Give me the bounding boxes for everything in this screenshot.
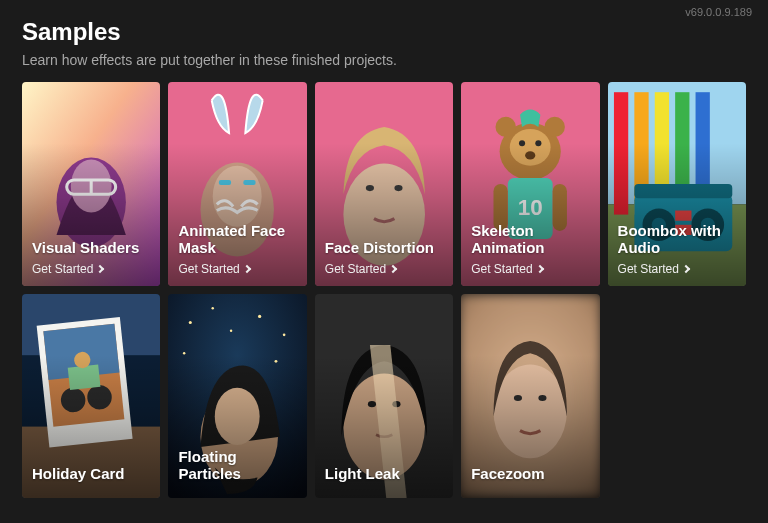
card-title: Facezoom <box>471 465 591 482</box>
app-version: v69.0.0.9.189 <box>685 6 752 18</box>
svg-point-58 <box>183 352 185 354</box>
get-started-link[interactable]: Get Started <box>32 262 152 276</box>
card-title: Animated Face Mask <box>178 222 298 257</box>
svg-rect-39 <box>675 211 691 221</box>
svg-rect-34 <box>634 184 732 198</box>
svg-point-20 <box>496 117 516 137</box>
cta-label: Get Started <box>325 262 386 276</box>
svg-text:10: 10 <box>518 195 543 220</box>
cta-label: Get Started <box>471 262 532 276</box>
sample-card-facezoom[interactable]: Facezoom <box>461 294 599 498</box>
svg-point-7 <box>213 166 262 227</box>
svg-rect-8 <box>219 180 231 185</box>
chevron-right-icon <box>243 265 251 273</box>
get-started-link[interactable]: Get Started <box>178 262 298 276</box>
svg-rect-28 <box>614 92 628 214</box>
svg-point-19 <box>525 151 535 159</box>
chevron-right-icon <box>682 265 690 273</box>
svg-point-21 <box>545 117 565 137</box>
card-title: Boombox with Audio <box>618 222 738 257</box>
cta-label: Get Started <box>618 262 679 276</box>
svg-point-13 <box>394 185 402 191</box>
get-started-link[interactable]: Get Started <box>618 262 738 276</box>
svg-point-55 <box>283 333 286 336</box>
svg-rect-49 <box>68 365 101 391</box>
svg-point-56 <box>230 329 232 331</box>
card-title: Skeleton Animation <box>471 222 591 257</box>
card-title: Face Distortion <box>325 239 445 256</box>
sample-card-light-leak[interactable]: Light Leak <box>315 294 453 498</box>
chevron-right-icon <box>535 265 543 273</box>
svg-point-67 <box>494 364 567 458</box>
sample-card-holiday-card[interactable]: Holiday Card <box>22 294 160 498</box>
card-title: Light Leak <box>325 465 445 482</box>
sample-card-face-distortion[interactable]: Face Distortion Get Started <box>315 82 453 286</box>
card-title: Floating Particles <box>178 448 298 483</box>
sample-card-animated-face-mask[interactable]: Animated Face Mask Get Started <box>168 82 306 286</box>
get-started-link[interactable]: Get Started <box>471 262 591 276</box>
sample-card-floating-particles[interactable]: Floating Particles <box>168 294 306 498</box>
svg-point-12 <box>366 185 374 191</box>
sample-card-skeleton-animation[interactable]: 10 Skeleton Animation Get Started <box>461 82 599 286</box>
svg-point-53 <box>212 307 214 309</box>
get-started-link[interactable]: Get Started <box>325 262 445 276</box>
sample-card-boombox-with-audio[interactable]: Boombox with Audio Get Started <box>608 82 746 286</box>
svg-point-17 <box>519 140 525 146</box>
svg-point-69 <box>539 395 547 401</box>
sample-card-visual-shaders[interactable]: Visual Shaders Get Started <box>22 82 160 286</box>
cta-label: Get Started <box>178 262 239 276</box>
svg-point-57 <box>275 360 278 363</box>
page-title: Samples <box>22 18 746 46</box>
svg-point-60 <box>215 388 260 445</box>
svg-point-52 <box>189 321 192 324</box>
svg-point-54 <box>258 315 261 318</box>
svg-point-68 <box>514 395 522 401</box>
card-title: Visual Shaders <box>32 239 152 256</box>
svg-rect-9 <box>244 180 256 185</box>
page-subtitle: Learn how effects are put together in th… <box>22 52 746 68</box>
svg-point-18 <box>535 140 541 146</box>
svg-point-63 <box>368 401 376 407</box>
chevron-right-icon <box>389 265 397 273</box>
card-title: Holiday Card <box>32 465 152 482</box>
svg-point-16 <box>510 129 551 166</box>
cta-label: Get Started <box>32 262 93 276</box>
chevron-right-icon <box>96 265 104 273</box>
